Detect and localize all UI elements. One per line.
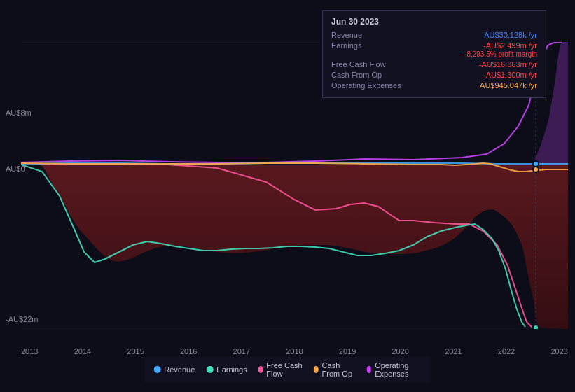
tooltip-label-fcf: Free Cash Flow <box>331 60 408 69</box>
legend-item-earnings[interactable]: Earnings <box>206 365 247 374</box>
legend-dot-cfo <box>314 366 319 373</box>
legend-item-revenue[interactable]: Revenue <box>153 365 195 374</box>
x-label-2019: 2019 <box>339 347 356 356</box>
x-label-2014: 2014 <box>74 347 91 356</box>
tooltip-label-opex: Operating Expenses <box>331 81 408 90</box>
x-label-2015: 2015 <box>127 347 144 356</box>
svg-point-5 <box>533 325 539 329</box>
tooltip-row-cfo: Cash From Op -AU$1.300m /yr <box>331 71 537 79</box>
tooltip-value-revenue: AU$30.128k /yr <box>484 31 537 39</box>
legend-item-fcf[interactable]: Free Cash Flow <box>258 361 303 378</box>
tooltip-label-cfo: Cash From Op <box>331 71 408 79</box>
x-label-2017: 2017 <box>233 347 250 356</box>
legend-label-earnings: Earnings <box>216 365 247 374</box>
tooltip-value-cfo: -AU$1.300m /yr <box>483 71 537 79</box>
chart-container: Jun 30 2023 Revenue AU$30.128k /yr Earni… <box>0 0 575 392</box>
tooltip-row-earnings: Earnings -AU$2.499m /yr <box>331 41 537 50</box>
tooltip-margin-note: -8,293.5% profit margin <box>331 50 537 58</box>
tooltip-value-opex: AU$945.047k /yr <box>480 81 537 90</box>
chart-legend: Revenue Earnings Free Cash Flow Cash Fro… <box>144 357 431 382</box>
tooltip-box: Jun 30 2023 Revenue AU$30.128k /yr Earni… <box>322 10 546 98</box>
tooltip-row-opex: Operating Expenses AU$945.047k /yr <box>331 81 537 90</box>
x-label-2016: 2016 <box>180 347 197 356</box>
legend-dot-opex <box>366 366 371 373</box>
tooltip-label-earnings: Earnings <box>331 41 408 50</box>
legend-label-fcf: Free Cash Flow <box>266 361 303 378</box>
x-label-2018: 2018 <box>286 347 303 356</box>
legend-label-cfo: Cash From Op <box>322 361 356 378</box>
legend-dot-fcf <box>258 366 263 373</box>
x-label-2022: 2022 <box>498 347 515 356</box>
legend-item-cfo[interactable]: Cash From Op <box>314 361 356 378</box>
svg-point-6 <box>533 167 539 172</box>
legend-dot-revenue <box>153 366 160 373</box>
x-label-2023: 2023 <box>550 347 567 356</box>
legend-label-revenue: Revenue <box>164 365 195 374</box>
tooltip-row-revenue: Revenue AU$30.128k /yr <box>331 31 537 39</box>
tooltip-date: Jun 30 2023 <box>331 17 537 27</box>
x-axis: 2013 2014 2015 2016 2017 2018 2019 2020 … <box>21 347 568 356</box>
legend-label-opex: Operating Expenses <box>375 361 422 378</box>
legend-dot-earnings <box>206 366 213 373</box>
tooltip-value-earnings: -AU$2.499m /yr <box>483 41 537 50</box>
legend-item-opex[interactable]: Operating Expenses <box>366 361 421 378</box>
x-label-2021: 2021 <box>445 347 462 356</box>
x-label-2020: 2020 <box>392 347 408 356</box>
tooltip-label-revenue: Revenue <box>331 31 408 39</box>
x-label-2013: 2013 <box>21 347 38 356</box>
tooltip-value-fcf: -AU$16.863m /yr <box>479 60 537 69</box>
svg-point-4 <box>533 161 539 167</box>
tooltip-row-fcf: Free Cash Flow -AU$16.863m /yr <box>331 60 537 69</box>
